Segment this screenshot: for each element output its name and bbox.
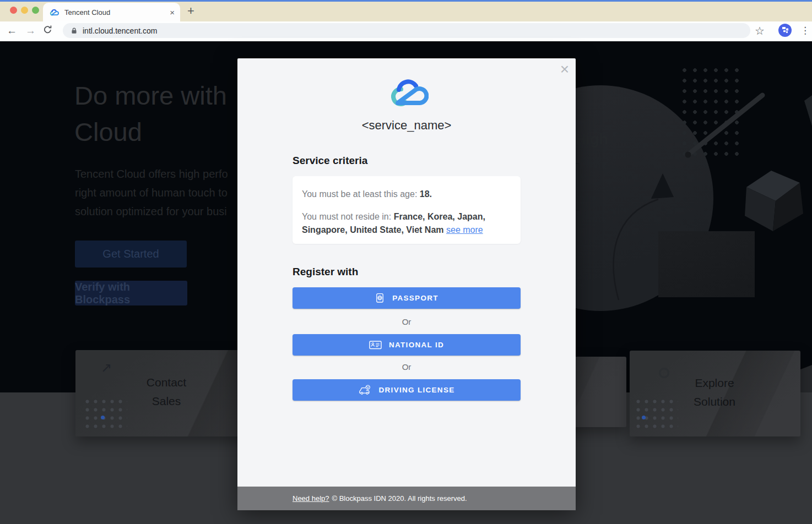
lock-icon: [71, 27, 77, 35]
arrow-up-right-icon: ↗: [101, 360, 112, 375]
address-bar[interactable]: intl.cloud.tencent.com: [63, 23, 750, 38]
passport-button[interactable]: PASSPORT: [293, 287, 521, 309]
browser-tab[interactable]: Tencent Cloud ×: [43, 3, 180, 21]
hero-square-graphic: [658, 231, 755, 297]
age-value: 18.: [420, 189, 432, 199]
card-blue-dot: [101, 416, 105, 419]
circle-icon: [659, 368, 669, 378]
forward-icon[interactable]: →: [25, 25, 36, 36]
national-id-button-label: NATIONAL ID: [389, 341, 444, 349]
national-id-button[interactable]: NATIONAL ID: [293, 334, 521, 356]
driving-license-icon: [358, 385, 371, 396]
hero-edge-shape: [803, 95, 812, 127]
passport-button-label: PASSPORT: [392, 294, 439, 302]
verify-with-blockpass-button[interactable]: Verify with Blockpass: [75, 281, 187, 305]
window-zoom-button[interactable]: [32, 7, 39, 14]
passport-icon: [375, 293, 385, 303]
driving-license-button-label: DRIVING LICENSE: [378, 386, 454, 394]
copyright-text: © Blockpass IDN 2020. All rights reserve…: [332, 494, 467, 503]
back-icon[interactable]: ←: [7, 25, 17, 36]
contact-sales-label: Contact Sales: [122, 373, 210, 411]
new-tab-button[interactable]: +: [187, 4, 194, 18]
explore-solution-label: Explore Solution: [670, 374, 759, 411]
age-requirement-line: You must be at least this age: 18.: [302, 188, 511, 201]
modal-footer: Need help? © Blockpass IDN 2020. All rig…: [237, 487, 576, 510]
url-text: intl.cloud.tencent.com: [83, 26, 157, 35]
modal-close-icon[interactable]: ×: [560, 62, 569, 77]
blockpass-extension-icon[interactable]: [778, 24, 792, 37]
national-id-icon: [369, 340, 382, 350]
tab-favicon-cloud-icon: [48, 8, 59, 17]
tab-title: Tencent Cloud: [64, 8, 110, 17]
need-help-link[interactable]: Need help?: [293, 494, 329, 503]
register-with-title: Register with: [293, 266, 358, 278]
hero-high-label: High: [575, 131, 608, 148]
get-started-button[interactable]: Get Started: [75, 241, 187, 268]
bookmark-star-icon[interactable]: ☆: [755, 24, 765, 37]
service-name: <service_name>: [237, 118, 576, 133]
browser-menu-icon[interactable]: ⋮: [800, 25, 810, 36]
window-minimize-button[interactable]: [21, 7, 28, 14]
driving-license-button[interactable]: DRIVING LICENSE: [293, 379, 521, 401]
see-more-link[interactable]: see more: [446, 225, 483, 234]
blockpass-kyc-modal: × <service_name> Service criteria You mu…: [237, 58, 576, 510]
tab-close-icon[interactable]: ×: [170, 8, 175, 17]
card-blue-dot: [642, 416, 646, 419]
card-dot-grid: [634, 397, 678, 428]
service-criteria-card: You must be at least this age: 18. You m…: [293, 176, 521, 244]
card-dot-grid: [83, 397, 127, 428]
hero-heading: Do more with Cloud: [74, 78, 227, 150]
reload-icon[interactable]: [43, 25, 52, 36]
hero-paragraph: Tencent Cloud offers high perfo right am…: [75, 165, 228, 221]
tencent-cloud-logo-icon: [385, 76, 429, 111]
explore-solution-card[interactable]: Explore Solution: [630, 351, 800, 436]
hero-cube-graphic: [738, 168, 812, 234]
window-close-button[interactable]: [10, 7, 17, 14]
or-separator: Or: [237, 362, 576, 372]
hero-dot-grid: [679, 65, 741, 157]
or-separator: Or: [237, 317, 576, 326]
screen: Tencent Cloud × + ← → intl.cloud.tencent…: [0, 0, 812, 524]
residence-restriction-line: You must not reside in: France, Korea, J…: [302, 210, 511, 237]
service-criteria-title: Service criteria: [293, 155, 367, 167]
